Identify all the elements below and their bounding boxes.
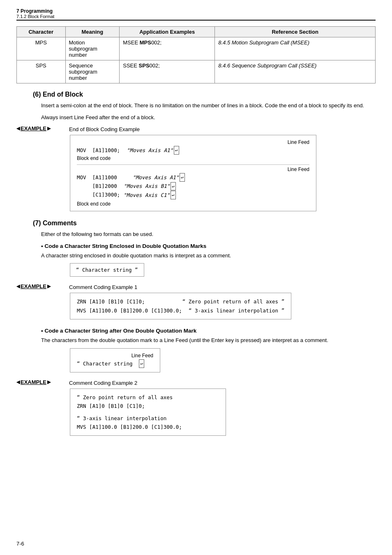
example-label-s6: ◀ EXAMPLE ▶ xyxy=(16,125,66,132)
linefeed-icon-s6-1: ↵ xyxy=(174,146,179,155)
code-box-s6: Line Feed MOV [A1]1000; "Moves Axis A1" … xyxy=(70,135,316,211)
bullet1-title: • Code a Character String Enclosed in Do… xyxy=(41,243,376,249)
code-line-s6-2c: [C1]3000; "Moves Axis C1" ↵ xyxy=(77,190,309,199)
col-refsection: Reference Section xyxy=(215,27,376,37)
row2-ref: 8.4.6 Sequence Subprogram Call (SSEE) xyxy=(215,60,376,83)
example-caption-b1: Comment Coding Example 1 xyxy=(69,283,137,290)
tri-left-icon-b2: ◀ xyxy=(16,379,20,385)
bullet2-body: The characters from the double quotation… xyxy=(41,336,376,345)
page: 7 Programming 7.1.2 Block Format Charact… xyxy=(0,0,392,555)
header-section: 7 Programming 7.1.2 Block Format xyxy=(16,8,376,21)
char-string-box-1: “ Character string ” xyxy=(70,263,144,277)
block-end-s6-1: Block end code xyxy=(77,155,309,161)
header-top: 7 Programming xyxy=(16,8,376,14)
col-meaning: Meaning xyxy=(65,27,120,37)
tri-left-icon: ◀ xyxy=(16,126,20,131)
lf-label-s6-1: Line Feed xyxy=(77,139,309,145)
tri-right-icon-b2: ▶ xyxy=(47,379,51,385)
code-b2-line1: “ Zero point return of all axes xyxy=(77,393,219,402)
code-b2-line5: MVS [A1]100.0 [B1]200.0 [C1]300.0; xyxy=(77,423,219,431)
code-line-s6-1: MOV [A1]1000; "Moves Axis A1" ↵ xyxy=(77,146,309,155)
code-b2-line2: ZRN [A1]0 [B1]0 [C1]0; xyxy=(77,402,219,410)
example-label-b1: ◀ EXAMPLE ▶ xyxy=(16,283,66,289)
row1-example: MSEE MPS002; xyxy=(120,37,215,60)
comment-example-box-2: “ Zero point return of all axes ZRN [A1]… xyxy=(70,388,226,436)
code-b2-char: “ Character string ↵ xyxy=(77,359,153,368)
col-appexamples: Application Examples xyxy=(120,27,215,37)
linefeed-icon-s6-2c: ↵ xyxy=(171,191,176,199)
page-number: 7-6 xyxy=(16,541,24,547)
code-line-s6-2a: MOV [A1]1000 "Moves Axis A1" ↵ xyxy=(77,173,309,182)
tri-right-icon-b1: ▶ xyxy=(47,284,51,289)
main-table: Character Meaning Application Examples R… xyxy=(16,26,376,83)
section6-body2: Always insert Line Feed after the end of… xyxy=(41,113,376,122)
example-row-b2: ◀ EXAMPLE ▶ Comment Coding Example 2 xyxy=(16,379,376,386)
linefeed-icon-s6-2a: ↵ xyxy=(180,173,185,182)
example-text-s6: EXAMPLE xyxy=(21,125,46,132)
code-b2-line4: “ 3-axis linear interpolation xyxy=(77,414,219,423)
example-text-b2: EXAMPLE xyxy=(21,379,46,385)
lf-label-s6-2: Line Feed xyxy=(77,166,309,172)
linefeed-icon-b2: ↵ xyxy=(139,359,144,368)
example-text-b1: EXAMPLE xyxy=(21,283,46,289)
row2-char: SPS xyxy=(17,60,66,83)
lf-label-b2: Line Feed xyxy=(77,353,153,358)
example-caption-b2: Comment Coding Example 2 xyxy=(69,379,137,386)
example-row-s6: ◀ EXAMPLE ▶ End of Block Coding Example xyxy=(16,125,376,132)
code-line-s6-2b: [B1]2000 "Moves Axis B1" ↵ xyxy=(77,182,309,190)
row1-char: MPS xyxy=(17,37,66,60)
table-row: SPS Sequencesubprogramnumber SSEE SPS002… xyxy=(17,60,376,83)
section6-body1: Insert a semi-colon at the end of block.… xyxy=(41,102,376,110)
section7-title: (7) Comments xyxy=(33,220,376,227)
col-character: Character xyxy=(17,27,66,37)
block-end-s6-2: Block end code xyxy=(77,201,309,207)
section7-body1: Either of the following two formats can … xyxy=(41,230,376,239)
section6-title: (6) End of Block xyxy=(33,91,376,98)
code-b1-line2: MVS [A1]100.0 [B1]200.0 [C1]300.0; “ 3-a… xyxy=(77,306,284,315)
tri-right-icon: ▶ xyxy=(47,126,51,131)
row2-example: SSEE SPS002; xyxy=(120,60,215,83)
row1-ref: 8.4.5 Motion Subprogram Call (MSEE) xyxy=(215,37,376,60)
header-sub: 7.1.2 Block Format xyxy=(16,14,376,19)
bullet1-body: A character string enclosed in double qu… xyxy=(41,252,376,260)
row2-meaning: Sequencesubprogramnumber xyxy=(65,60,120,83)
table-row: MPS Motionsubprogramnumber MSEE MPS002; … xyxy=(17,37,376,60)
row1-meaning: Motionsubprogramnumber xyxy=(65,37,120,60)
example-label-b2: ◀ EXAMPLE ▶ xyxy=(16,379,66,385)
comment-example-box-1: ZRN [A1]0 [B1]0 [C1]0; “ Zero point retu… xyxy=(70,293,291,319)
code-b1-line1: ZRN [A1]0 [B1]0 [C1]0; “ Zero point retu… xyxy=(77,297,284,306)
linefeed-icon-s6-2b: ↵ xyxy=(171,182,176,191)
example-row-b1: ◀ EXAMPLE ▶ Comment Coding Example 1 xyxy=(16,283,376,290)
lf-char-box: Line Feed “ Character string ↵ xyxy=(70,348,160,372)
tri-left-icon-b1: ◀ xyxy=(16,284,20,289)
example-caption-s6: End of Block Coding Example xyxy=(69,125,140,132)
bullet2-title: • Code a Character String after One Doub… xyxy=(41,328,376,334)
